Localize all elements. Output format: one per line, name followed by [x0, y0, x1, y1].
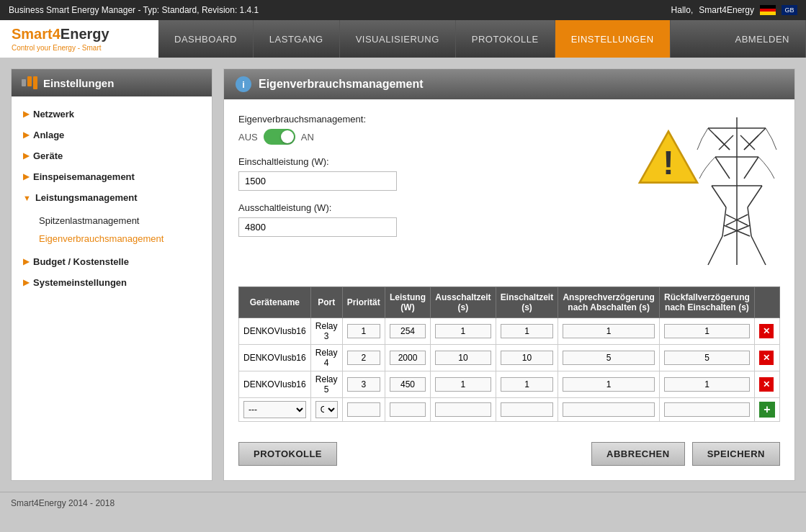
- input-ansprech-1[interactable]: [563, 324, 655, 338]
- toggle-off-label: AUS: [238, 132, 258, 143]
- abbrechen-button[interactable]: ABBRECHEN: [591, 442, 685, 466]
- delete-row-2-button[interactable]: ✕: [759, 351, 774, 365]
- input-new-rueckfall[interactable]: [664, 402, 750, 417]
- table-header: Gerätename Port Priorität Leistung (W) A…: [239, 287, 780, 318]
- footer-buttons: PROTOKOLLE ABBRECHEN SPEICHERN: [238, 433, 780, 466]
- logo-energy-word: Energy: [61, 26, 109, 42]
- td-geraetename-3: DENKOVIusb16: [239, 371, 311, 398]
- sidebar-header: Einstellungen: [12, 69, 212, 96]
- sidebar-item-system[interactable]: ▶ Systemeinstellungen: [12, 272, 212, 293]
- icon-bar3: [33, 76, 37, 89]
- table-row: DENKOVIusb16 Relay 5 ✕: [239, 371, 780, 398]
- nav-abmelden[interactable]: ABMELDEN: [719, 20, 806, 58]
- svg-text:!: !: [663, 144, 673, 181]
- input-ausschalt-3[interactable]: [435, 377, 491, 392]
- content-title: Eigenverbrauchsmanagement: [259, 78, 424, 91]
- sidebar-item-eigenverbrauch[interactable]: Eigenverbrauchsmanagement: [33, 230, 212, 248]
- svg-line-7: [715, 157, 730, 179]
- logo-title: Smart4Energy: [12, 26, 147, 42]
- einschalt-row: Einschaltleistung (W):: [238, 156, 600, 191]
- input-einschalt-1[interactable]: [501, 324, 554, 338]
- footer-text: Smart4Energy 2014 - 2018: [11, 498, 115, 508]
- td-new-leistung: [385, 398, 430, 422]
- toggle-row: Eigenverbrauchsmanagement: AUS AN: [238, 114, 600, 145]
- td-einschaltzeit-3: [496, 371, 558, 398]
- flag-gb-icon[interactable]: GB: [782, 5, 797, 15]
- td-ausschaltzeit-2: [431, 345, 496, 371]
- nav-protokolle[interactable]: PROTOKOLLE: [456, 20, 555, 58]
- sidebar-sub-leistung: Spitzenlastmanagement Eigenverbrauchsman…: [12, 208, 212, 251]
- svg-line-13: [748, 207, 751, 236]
- table-section: Gerätename Port Priorität Leistung (W) A…: [238, 287, 780, 466]
- settings-icon: [22, 76, 37, 89]
- nav-dashboard[interactable]: DASHBOARD: [158, 20, 254, 58]
- sidebar-item-anlage[interactable]: ▶ Anlage: [12, 125, 212, 145]
- td-prioritaet-3: [342, 371, 385, 398]
- svg-line-21: [744, 135, 758, 150]
- td-ausschaltzeit-3: [431, 371, 496, 398]
- delete-row-1-button[interactable]: ✕: [759, 324, 774, 338]
- input-prioritaet-3[interactable]: [347, 377, 380, 392]
- input-rueckfall-1[interactable]: [664, 324, 750, 338]
- sidebar-item-spitzenlast[interactable]: Spitzenlastmanagement: [33, 212, 212, 230]
- input-ausschalt-2[interactable]: [435, 351, 491, 365]
- new-port-select[interactable]: Gerät auswähle: [315, 401, 338, 418]
- sidebar-item-geraete[interactable]: ▶ Geräte: [12, 145, 212, 166]
- new-device-select[interactable]: ---: [243, 401, 306, 418]
- input-new-einschalt[interactable]: [501, 402, 554, 417]
- nav-visualisierung[interactable]: VISUALISIERUNG: [340, 20, 456, 58]
- input-new-prioritaet[interactable]: [347, 402, 380, 417]
- input-prioritaet-2[interactable]: [347, 351, 380, 365]
- content-body: Eigenverbrauchsmanagement: AUS AN Einsch…: [224, 99, 794, 480]
- nav-einstellungen[interactable]: EINSTELLUNGEN: [555, 20, 671, 58]
- nav-lastgang[interactable]: LASTGANG: [254, 20, 340, 58]
- nav-items: DASHBOARD LASTGANG VISUALISIERUNG PROTOK…: [158, 20, 806, 58]
- input-einschalt-3[interactable]: [501, 377, 554, 392]
- info-icon: i: [236, 76, 251, 92]
- td-delete-3: ✕: [755, 371, 780, 398]
- add-row-button[interactable]: +: [759, 402, 775, 418]
- input-rueckfall-3[interactable]: [664, 377, 750, 392]
- td-rueckfall-3: [659, 371, 754, 398]
- einschalt-input[interactable]: [238, 171, 397, 191]
- input-new-leistung[interactable]: [390, 402, 426, 417]
- page-footer: Smart4Energy 2014 - 2018: [0, 492, 806, 514]
- input-einschalt-2[interactable]: [501, 351, 554, 365]
- input-ausschalt-1[interactable]: [435, 324, 491, 338]
- input-prioritaet-1[interactable]: [347, 324, 380, 338]
- sidebar-item-budget[interactable]: ▶ Budget / Kostenstelle: [12, 251, 212, 272]
- toggle-switch[interactable]: [264, 129, 295, 145]
- input-ansprech-3[interactable]: [563, 377, 655, 392]
- toggle-control: AUS AN: [238, 129, 600, 145]
- th-rueckfall: Rückfallverzögerung nach Einschalten (s): [659, 287, 754, 318]
- th-ausschaltzeit: Ausschaltzeit (s): [431, 287, 496, 318]
- sidebar-label-netzwerk: Netzwerk: [33, 109, 74, 120]
- sidebar-item-leistungsmanagement[interactable]: ▼ Leistungsmanagement: [12, 187, 212, 208]
- ausschalt-label: Ausschaltleistung (W):: [238, 202, 600, 213]
- content-header: i Eigenverbrauchsmanagement: [224, 69, 794, 99]
- input-leistung-3[interactable]: [390, 377, 426, 392]
- speichern-button[interactable]: SPEICHERN: [692, 442, 780, 466]
- sidebar-label-anlage: Anlage: [33, 130, 64, 140]
- protokolle-button[interactable]: PROTOKOLLE: [238, 442, 337, 466]
- td-ansprech-1: [558, 318, 660, 345]
- input-leistung-2[interactable]: [390, 351, 426, 365]
- warning-triangle-icon: !: [636, 128, 701, 186]
- arrow-icon: ▶: [23, 257, 29, 266]
- sidebar-item-netzwerk[interactable]: ▶ Netzwerk: [12, 104, 212, 125]
- input-ansprech-2[interactable]: [563, 351, 655, 365]
- th-geraetename: Gerätename: [239, 287, 311, 318]
- input-rueckfall-2[interactable]: [664, 351, 750, 365]
- ausschalt-input[interactable]: [238, 217, 397, 237]
- toggle-on-label: AN: [301, 132, 314, 143]
- input-leistung-1[interactable]: [390, 324, 426, 338]
- th-actions: [755, 287, 780, 318]
- flag-de-icon[interactable]: [760, 5, 776, 15]
- delete-row-3-button[interactable]: ✕: [759, 377, 774, 392]
- input-new-ausschalt[interactable]: [435, 402, 491, 417]
- form-right-image: !: [622, 114, 780, 272]
- warning-image-area: !: [622, 114, 780, 272]
- sidebar-item-einspeisemanagement[interactable]: ▶ Einspeisemanagement: [12, 166, 212, 187]
- input-new-ansprech[interactable]: [563, 402, 655, 417]
- form-section: Eigenverbrauchsmanagement: AUS AN Einsch…: [238, 114, 780, 272]
